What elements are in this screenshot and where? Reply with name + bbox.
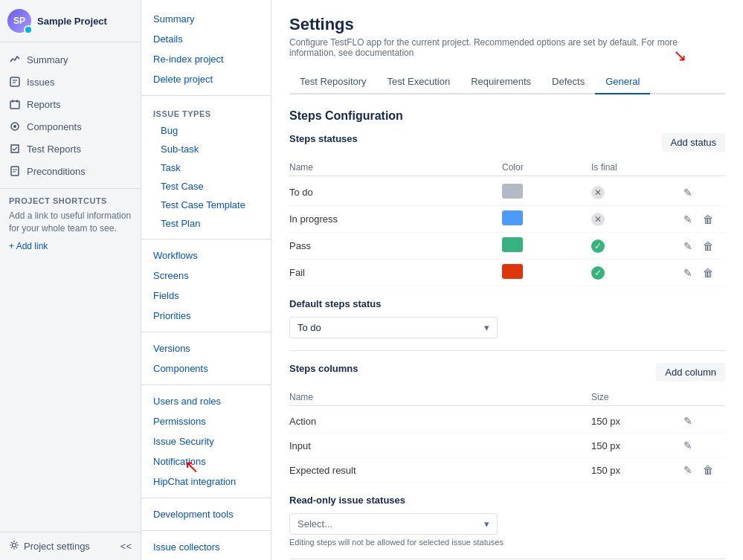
edit-inprogress-button[interactable]: ✎ (681, 212, 695, 227)
statuses-title: Steps statuses (289, 133, 358, 144)
tab-test-execution[interactable]: Test Execution (377, 70, 461, 94)
status-row-inprogress: In progress ✕ ✎ 🗑 (289, 206, 725, 233)
middle-nav-priorities[interactable]: Priorities (141, 306, 271, 326)
sidebar-item-label: Summary (27, 54, 68, 65)
sidebar-item-preconditions[interactable]: Preconditions (0, 160, 141, 182)
arrow-indicator: ↘ (673, 48, 686, 64)
middle-nav-versions[interactable]: Versions (141, 338, 271, 358)
sidebar-item-issues[interactable]: Issues (0, 71, 141, 93)
collapse-icon[interactable]: << (120, 541, 132, 552)
svg-rect-0 (10, 77, 19, 86)
columns-header: Steps columns Add column (289, 363, 725, 382)
issues-icon (9, 76, 21, 88)
status-name-fail: Fail (289, 267, 502, 278)
sidebar-item-components[interactable]: Components (0, 115, 141, 138)
is-final-icon-todo: ✕ (591, 186, 605, 199)
shortcuts-text: Add a link to useful information for you… (9, 210, 132, 235)
delete-inprogress-button[interactable]: 🗑 (700, 212, 716, 227)
readonly-hint: Editing steps will not be allowed for se… (289, 538, 725, 547)
avatar: SP (7, 9, 31, 33)
sidebar: SP Sample Project Summary Issues Reports (0, 0, 141, 560)
middle-nav-hipchat[interactable]: HipChat integration (141, 472, 271, 492)
color-swatch-inprogress (502, 210, 523, 225)
col-size-action: 150 px (591, 416, 681, 427)
edit-expected-col-button[interactable]: ✎ (681, 463, 695, 477)
middle-nav-delete[interactable]: Delete project (141, 69, 271, 89)
color-swatch-todo (502, 184, 523, 199)
avatar-badge (24, 25, 33, 34)
add-link-button[interactable]: + Add link (9, 241, 132, 251)
edit-pass-button[interactable]: ✎ (681, 239, 695, 254)
col-row-action: Action 150 px ✎ (289, 409, 725, 434)
columns-title: Steps columns (289, 363, 358, 374)
middle-nav-task[interactable]: Task (141, 158, 271, 177)
is-final-icon-pass: ✓ (591, 239, 605, 253)
edit-todo-button[interactable]: ✎ (681, 185, 695, 200)
middle-nav-screens[interactable]: Screens (141, 265, 271, 286)
middle-nav-issue-security[interactable]: Issue Security (141, 431, 271, 451)
sidebar-item-label: Issues (27, 77, 55, 88)
col-table-header: Name Size (289, 389, 725, 406)
steps-config-title: Steps Configuration (289, 109, 725, 123)
columns-table: Name Size Action 150 px ✎ Input 150 px ✎… (289, 389, 725, 483)
tab-bar: Test Repository Test Execution Requireme… (289, 70, 725, 94)
svg-point-7 (13, 125, 16, 128)
tab-general[interactable]: General (595, 70, 650, 94)
add-column-button[interactable]: Add column (656, 363, 725, 382)
col-name-input: Input (289, 440, 591, 451)
middle-nav: Summary Details Re-index project Delete … (141, 0, 271, 560)
status-table: Name Color Is final To do ✕ ✎ In progres… (289, 159, 725, 286)
middle-nav-permissions[interactable]: Permissions (141, 411, 271, 431)
project-settings-label: Project settings (24, 541, 90, 552)
delete-fail-button[interactable]: 🗑 (700, 265, 716, 280)
tab-test-repository[interactable]: Test Repository (289, 70, 377, 94)
middle-nav-components[interactable]: Components (141, 358, 271, 379)
readonly-status-dropdown[interactable]: Select... ▾ (289, 513, 498, 535)
project-shortcuts: PROJECT SHORTCUTS Add a link to useful i… (0, 188, 141, 259)
middle-nav-details[interactable]: Details (141, 29, 271, 49)
middle-nav-notifications[interactable]: Notifications (141, 451, 271, 472)
main-content: Settings Configure TestFLO app for the c… (271, 0, 743, 560)
col-row-expected: Expected result 150 px ✎ 🗑 (289, 458, 725, 483)
default-status-value: To do (297, 322, 321, 333)
sidebar-item-test-reports[interactable]: Test Reports (0, 138, 141, 160)
edit-input-col-button[interactable]: ✎ (681, 438, 695, 453)
middle-nav-users-roles[interactable]: Users and roles (141, 391, 271, 411)
color-swatch-pass (502, 237, 523, 252)
middle-nav-testplan[interactable]: Test Plan (141, 214, 271, 233)
tab-defects[interactable]: Defects (541, 70, 595, 94)
sidebar-item-label: Preconditions (27, 166, 86, 177)
middle-nav-workflows[interactable]: Workflows (141, 245, 271, 265)
tab-requirements[interactable]: Requirements (460, 70, 541, 94)
page-title: Settings (289, 15, 725, 34)
project-settings-link[interactable]: Project settings << (0, 532, 141, 560)
svg-rect-8 (11, 167, 19, 176)
status-row-todo: To do ✕ ✎ (289, 179, 725, 206)
middle-nav-fields[interactable]: Fields (141, 286, 271, 306)
middle-nav-bug[interactable]: Bug (141, 121, 271, 140)
middle-nav-subtask[interactable]: Sub-task (141, 140, 271, 158)
middle-nav-dev-tools[interactable]: Development tools (141, 504, 271, 524)
steps-configuration-section: Steps Configuration Steps statuses Add s… (289, 109, 725, 547)
status-row-pass: Pass ✓ ✎ 🗑 (289, 233, 725, 260)
middle-nav-summary[interactable]: Summary (141, 9, 271, 29)
middle-nav-testcase[interactable]: Test Case (141, 177, 271, 196)
middle-nav-reindex[interactable]: Re-index project (141, 49, 271, 69)
sidebar-item-reports[interactable]: Reports (0, 93, 141, 115)
sidebar-item-label: Components (27, 121, 82, 132)
is-final-icon-fail: ✓ (591, 266, 605, 280)
default-status-title: Default steps status (289, 298, 725, 309)
add-status-button[interactable]: Add status (662, 133, 725, 152)
sidebar-item-label: Test Reports (27, 144, 81, 155)
delete-pass-button[interactable]: 🗑 (700, 239, 716, 254)
middle-nav-testcase-template[interactable]: Test Case Template (141, 196, 271, 214)
default-status-dropdown[interactable]: To do ▾ (289, 317, 498, 338)
sidebar-item-summary[interactable]: Summary (0, 48, 141, 71)
status-row-fail: Fail ✓ ✎ 🗑 (289, 260, 725, 286)
delete-expected-col-button[interactable]: 🗑 (700, 463, 716, 477)
edit-action-col-button[interactable]: ✎ (681, 413, 695, 428)
edit-fail-button[interactable]: ✎ (681, 265, 695, 280)
middle-nav-issue-collectors[interactable]: Issue collectors (141, 537, 271, 557)
status-name-pass: Pass (289, 240, 502, 251)
page-subtitle: Configure TestFLO app for the current pr… (289, 37, 725, 58)
